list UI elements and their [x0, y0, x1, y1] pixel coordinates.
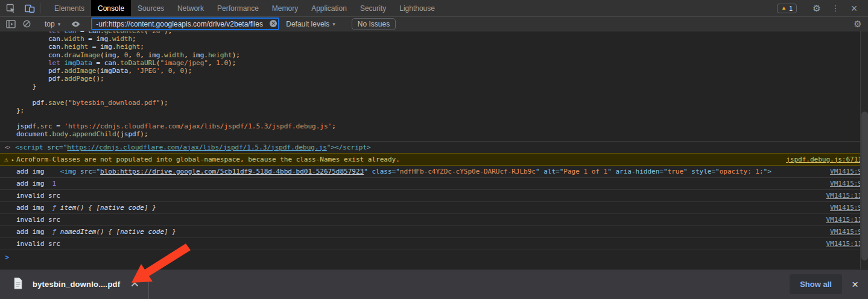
code-line: let imgData = can.toDataURL("image/jpeg"… [16, 59, 868, 67]
source-location-link[interactable]: VM1415:9 [830, 180, 862, 187]
tab-lighthouse[interactable]: Lighthouse [393, 0, 442, 16]
code-line: pdf.save("bytesbin_download.pdf"); [16, 99, 868, 107]
log-message: add img ƒ namedItem() { [native code] } [16, 228, 823, 236]
code-line [16, 115, 868, 122]
console-output: let con = can.getContext('2d'); can.widt… [0, 31, 868, 269]
code-line: pdf.addImage(imgData, 'JPEG', 0, 0); [16, 67, 868, 75]
console-input-echo: let con = can.getContext('2d'); can.widt… [0, 31, 868, 139]
code-line: con.drawImage(img, 0, 0, img.width, img.… [16, 51, 868, 59]
clear-console-icon[interactable] [19, 17, 34, 31]
code-line: pdf.addPage(); [16, 75, 868, 83]
source-location-link[interactable]: jspdf.debug.js:6711 [786, 156, 862, 163]
prompt-chevron-icon: > [5, 253, 9, 262]
log-message: add img 1 [16, 180, 823, 187]
downloaded-filename: bytesbin_downlo....pdf [33, 280, 120, 289]
context-selector[interactable]: top ▾ [45, 20, 60, 28]
console-prompt[interactable]: > [0, 250, 868, 262]
log-message: invalid src [16, 192, 819, 200]
tab-performance[interactable]: Performance [211, 0, 265, 16]
divider [40, 3, 40, 13]
live-expression-eye-icon[interactable] [68, 17, 83, 31]
code-line [16, 91, 868, 99]
devtools-tabs: ElementsConsoleSourcesNetworkPerformance… [48, 0, 442, 16]
code-line: }; [16, 107, 868, 115]
source-location-link[interactable]: VM1415:9 [830, 168, 862, 175]
kebab-menu-icon[interactable]: ⋮ [828, 4, 843, 12]
download-bar: bytesbin_downlo....pdf Show all × [0, 269, 868, 299]
tab-memory[interactable]: Memory [265, 0, 305, 16]
log-message: invalid src [16, 240, 819, 248]
console-log-row: invalid srcVM1415:11 [0, 214, 868, 226]
divider [148, 269, 149, 299]
console-sidebar-icon[interactable] [3, 17, 19, 31]
code-line: can.height = img.height; [16, 43, 868, 51]
console-result-row: <· <script src="https://cdnjs.cloudflare… [0, 141, 868, 153]
code-line: document.body.appendChild(jspdf); [16, 130, 868, 138]
source-location-link[interactable]: VM1415:9 [830, 204, 862, 212]
tab-security[interactable]: Security [353, 0, 393, 16]
tab-console[interactable]: Console [91, 0, 131, 16]
warning-badge[interactable]: ▲ 1 [777, 4, 797, 13]
console-log-row: add img ƒ item() { [native code] }VM1415… [0, 202, 868, 214]
file-options-caret-icon[interactable] [131, 282, 139, 287]
console-log-row: add img 1VM1415:9 [0, 178, 868, 190]
code-line: jspdf.src = 'https://cdnjs.cloudflare.co… [16, 122, 868, 130]
show-all-downloads-button[interactable]: Show all [790, 274, 842, 294]
source-location-link[interactable]: VM1415:11 [826, 240, 862, 248]
console-log-row: invalid srcVM1415:11 [0, 238, 868, 250]
no-issues-button[interactable]: No Issues [352, 18, 396, 30]
console-settings-gear-icon[interactable]: ⚙ [850, 17, 866, 31]
log-message: add img <img src="blob:https://drive.goo… [16, 168, 823, 175]
close-download-bar-icon[interactable]: × [852, 279, 858, 290]
console-warning-row: ⚠ ▸ AcroForm-Classes are not populated i… [0, 153, 868, 166]
tab-application[interactable]: Application [305, 0, 353, 16]
log-message: invalid src [16, 216, 819, 224]
tab-sources[interactable]: Sources [131, 0, 171, 16]
code-line: can.width = img.width; [16, 35, 868, 43]
device-toolbar-icon[interactable] [22, 0, 37, 16]
console-toolbar: top ▾ ✕ Default levels ▾ No Issues ⚙ [0, 17, 868, 31]
chevron-down-icon: ▾ [332, 21, 335, 27]
console-log-row: add img ƒ namedItem() { [native code] }V… [0, 226, 868, 238]
console-logs: add img <img src="blob:https://drive.goo… [0, 166, 868, 250]
console-filter-input[interactable] [92, 18, 279, 30]
console-log-row: invalid srcVM1415:11 [0, 190, 868, 202]
tabbar-right: ▲ 1 ⚙ ⋮ × [777, 0, 868, 16]
tab-network[interactable]: Network [171, 0, 211, 16]
file-document-icon [13, 277, 23, 292]
filter-wrap: ✕ [92, 18, 279, 30]
log-message: add img ƒ item() { [native code] } [16, 204, 823, 212]
return-value-icon: <· [5, 143, 10, 151]
downloaded-file-chip[interactable]: bytesbin_downlo....pdf [0, 269, 148, 299]
inspect-element-icon[interactable] [3, 0, 19, 16]
warning-text: AcroForm-Classes are not populated into … [16, 156, 400, 163]
close-devtools-icon[interactable]: × [846, 3, 862, 14]
scrollbar-track[interactable] [860, 31, 868, 269]
source-location-link[interactable]: VM1415:11 [826, 216, 862, 224]
log-levels-dropdown[interactable]: Default levels ▾ [286, 20, 335, 28]
console-log-row: add img <img src="blob:https://drive.goo… [0, 166, 868, 178]
source-location-link[interactable]: VM1415:9 [830, 228, 862, 236]
scrollbar-thumb[interactable] [861, 112, 868, 260]
devtools-tabbar: ElementsConsoleSourcesNetworkPerformance… [0, 0, 868, 17]
disclosure-triangle-icon[interactable]: ▸ [11, 157, 14, 163]
source-location-link[interactable]: VM1415:11 [826, 192, 862, 200]
warning-icon: ⚠ [4, 156, 8, 163]
chevron-down-icon: ▾ [58, 21, 61, 27]
warning-triangle-icon: ▲ [781, 5, 787, 11]
settings-gear-icon[interactable]: ⚙ [809, 4, 825, 13]
result-value[interactable]: <script src="https://cdnjs.cloudflare.co… [15, 143, 370, 151]
warning-count: 1 [789, 5, 793, 12]
code-line: } [16, 83, 868, 90]
tab-elements[interactable]: Elements [48, 0, 91, 16]
